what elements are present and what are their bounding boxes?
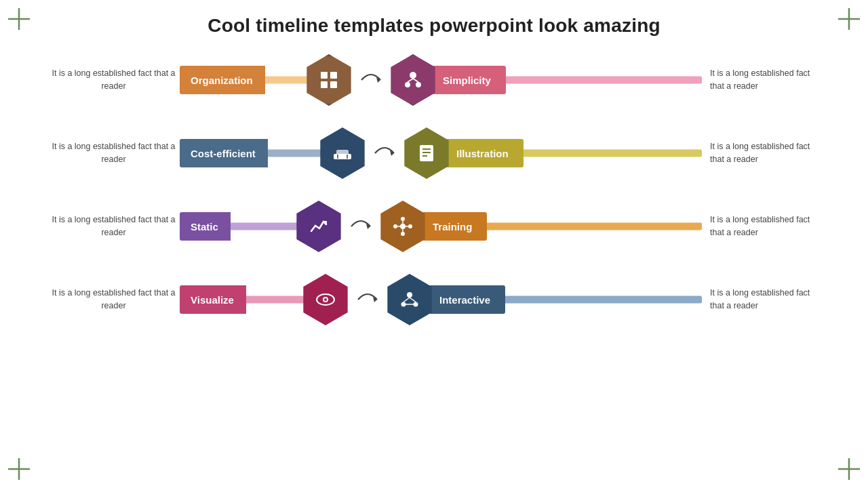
- row1-center: Organization Simplicity: [180, 54, 702, 106]
- row-3: It is a long established fact that a rea…: [47, 190, 821, 263]
- svg-point-41: [407, 292, 412, 298]
- svg-rect-10: [321, 81, 328, 88]
- row4-arrow: [351, 283, 384, 316]
- svg-point-28: [400, 224, 406, 229]
- corner-decoration-bl: [7, 457, 31, 481]
- row3-left-label: Static: [180, 212, 231, 241]
- corner-decoration-br: [837, 457, 861, 481]
- svg-point-39: [324, 298, 327, 301]
- row1-right-hex: [387, 54, 439, 106]
- row1-arrow: [355, 64, 387, 96]
- corner-decoration-tr: [837, 7, 861, 31]
- row3-left-hex: [293, 201, 344, 252]
- page-title: Cool timeline templates powerpoint look …: [0, 0, 868, 43]
- row-1: It is a long established fact that a rea…: [47, 43, 821, 117]
- row1-right-text: It is a long established fact that a rea…: [702, 67, 821, 94]
- svg-line-16: [408, 79, 413, 82]
- svg-line-17: [413, 79, 418, 82]
- row4-center: Visualize Interactive: [180, 274, 702, 325]
- svg-point-30: [401, 232, 405, 236]
- row1-left-text: It is a long established fact that a rea…: [47, 67, 180, 94]
- svg-rect-11: [330, 81, 337, 88]
- row3-right-label: Training: [423, 212, 487, 241]
- row3-right-hex: [377, 201, 429, 252]
- row2-right-hex: [401, 127, 452, 179]
- svg-point-14: [405, 82, 410, 87]
- row4-left-text: It is a long established fact that a rea…: [47, 287, 180, 313]
- corner-decoration-tl: [7, 7, 31, 31]
- diagram: It is a long established fact that a rea…: [47, 43, 821, 336]
- row2-right-label: Illustration: [447, 139, 524, 167]
- row-2: It is a long established fact that a rea…: [47, 117, 821, 190]
- row4-left-hex: [300, 274, 351, 325]
- row3-left-text: It is a long established fact that a rea…: [47, 214, 180, 240]
- row4-right-hex: [384, 274, 435, 325]
- row4-left-label: Visualize: [180, 285, 246, 314]
- svg-point-32: [408, 224, 412, 228]
- row2-arrow: [368, 137, 401, 169]
- row2-left-label: Cost-efficient: [180, 139, 268, 167]
- svg-point-13: [410, 72, 416, 79]
- row4-right-label: Interactive: [430, 285, 505, 314]
- svg-line-44: [403, 298, 410, 302]
- svg-line-45: [410, 298, 416, 302]
- row4-right-text: It is a long established fact that a rea…: [702, 287, 821, 313]
- svg-rect-8: [321, 72, 328, 79]
- svg-point-29: [401, 217, 405, 221]
- svg-rect-19: [336, 150, 349, 155]
- svg-point-15: [416, 82, 421, 87]
- row2-left-hex: [317, 127, 368, 179]
- row3-arrow: [344, 210, 377, 243]
- row2-center: Cost-efficient Illustration: [180, 127, 702, 179]
- row3-center: Static Training: [180, 201, 702, 252]
- row1-left-label: Organization: [180, 66, 265, 94]
- row2-right-text: It is a long established fact that a rea…: [702, 140, 821, 167]
- row-4: It is a long established fact that a rea…: [47, 263, 821, 336]
- row1-right-label: Simplicity: [433, 66, 506, 94]
- row1-left-hex: [303, 54, 355, 106]
- row3-right-text: It is a long established fact that a rea…: [702, 214, 821, 240]
- svg-rect-9: [330, 72, 337, 79]
- svg-point-31: [393, 224, 397, 228]
- row2-left-text: It is a long established fact that a rea…: [47, 140, 180, 167]
